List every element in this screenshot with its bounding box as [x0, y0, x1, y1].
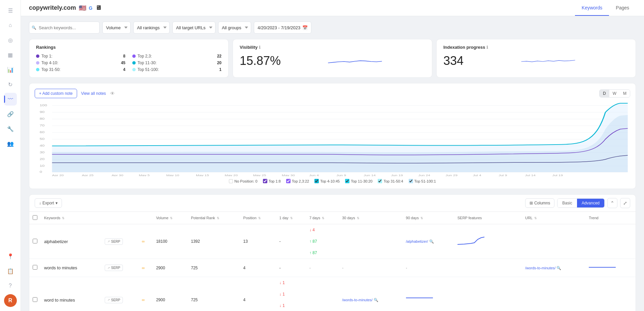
svg-text:Jun 29: Jun 29: [446, 174, 458, 176]
legend-checkbox-top23[interactable]: [286, 179, 291, 183]
date-range-picker[interactable]: 4/20/2023 - 7/19/2023 📅: [254, 22, 311, 34]
svg-text:80: 80: [40, 117, 45, 120]
svg-text:Jun 9: Jun 9: [336, 174, 346, 176]
ranking-top410: Top 4-10: 45: [36, 61, 126, 65]
serp-button-2[interactable]: ↗ SERP: [105, 265, 123, 271]
svg-text:Jul 4: Jul 4: [473, 174, 481, 176]
trend-icon[interactable]: 〰: [4, 93, 17, 106]
location-icon[interactable]: 📍: [4, 250, 17, 263]
trend-column-header: Trend: [585, 212, 636, 224]
svg-text:Jul 9: Jul 9: [499, 174, 507, 176]
keyword-cell-1: alphabetizer: [41, 224, 101, 259]
refresh-icon[interactable]: ↻: [4, 78, 17, 91]
row-checkbox-3[interactable]: [33, 297, 37, 302]
expand-button[interactable]: ⤢: [620, 198, 630, 208]
clipboard-icon[interactable]: 📋: [4, 265, 17, 277]
url-cell-3[interactable]: /words-to-minutes/ 🔍: [342, 298, 378, 302]
table-row: alphabetizer ↗ SERP ∞ 18100 1392 13 - ↓ …: [29, 224, 636, 259]
eye-icon: 👁: [110, 91, 115, 96]
visibility-chart: [285, 55, 425, 68]
help-icon[interactable]: ?: [4, 279, 17, 292]
basic-view-button[interactable]: Basic: [557, 199, 577, 207]
home-icon[interactable]: ⌂: [4, 19, 17, 32]
date-range-value: 4/20/2023 - 7/19/2023: [258, 25, 300, 30]
legend-top1130: Top 11-30:20: [345, 179, 372, 183]
tab-pages[interactable]: Pages: [609, 0, 636, 16]
legend-top410: Top 4-10:45: [314, 179, 340, 183]
domain-info: copywritely.com 🇺🇸 G 🖥: [29, 4, 101, 12]
ranking-top1: Top 1: 8: [36, 54, 126, 59]
calendar-icon: 📅: [302, 25, 308, 30]
period-day-button[interactable]: D: [600, 90, 609, 97]
content-area: 🔍 Volume All rankings All target URLs Al…: [21, 16, 644, 311]
period-month-button[interactable]: M: [620, 90, 630, 97]
serp-features-cell-3: [306, 277, 339, 311]
period-week-button[interactable]: W: [609, 90, 620, 97]
link-icon-1: ∞: [142, 239, 145, 244]
users-icon[interactable]: 👥: [4, 137, 17, 150]
export-button[interactable]: ↓ Export ▾: [35, 198, 62, 208]
indexation-title: Indexation progress ℹ: [443, 45, 629, 50]
svg-text:90: 90: [40, 110, 45, 114]
add-custom-note-button[interactable]: + Add custom note: [35, 89, 77, 98]
svg-text:Apr 30: Apr 30: [111, 174, 123, 176]
7days-cell-3: ↓ 1: [276, 288, 306, 300]
position-cell-1: 13: [240, 224, 276, 259]
main-chart-svg: 100 90 80 70 60 50 40 30 20 10 0: [35, 102, 630, 176]
groups-filter[interactable]: All groups: [218, 22, 251, 34]
svg-text:60: 60: [40, 130, 45, 134]
link-icon-2: ∞: [142, 266, 145, 270]
grid-icon[interactable]: ▦: [4, 48, 17, 61]
legend-checkbox-top1130[interactable]: [345, 179, 349, 183]
advanced-view-button[interactable]: Advanced: [577, 199, 604, 207]
url-cell-2[interactable]: /words-to-minutes/ 🔍: [525, 266, 562, 270]
indexation-chart: [468, 55, 629, 68]
legend-no-position: No Position: 0: [229, 179, 257, 183]
ranking-top3150: Top 31-50: 4: [36, 67, 126, 72]
indexation-info-icon: ℹ: [486, 45, 488, 50]
select-all-checkbox[interactable]: [33, 215, 37, 220]
legend-checkbox-top410[interactable]: [314, 179, 319, 183]
trend-cell-2: [585, 259, 636, 277]
collapse-button[interactable]: ⌃: [607, 198, 617, 208]
serp-button-3[interactable]: ↗ SERP: [105, 297, 123, 303]
legend-checkbox-top3150[interactable]: [378, 179, 382, 183]
legend-checkbox-top1[interactable]: [263, 179, 267, 183]
30days-cell-2: -: [339, 259, 402, 277]
keyword-cell-2: words to minutes: [41, 259, 101, 277]
90days-cell-2: -: [403, 259, 454, 277]
svg-text:20: 20: [40, 157, 45, 161]
legend-top51100: Top 51-100:1: [409, 179, 436, 183]
tab-keywords[interactable]: Keywords: [575, 0, 609, 16]
legend-checkbox-top51100[interactable]: [409, 179, 413, 183]
columns-icon: ⊞: [530, 201, 533, 205]
tools-icon[interactable]: 🔧: [4, 122, 17, 135]
potential-rank-cell-3: 725: [188, 277, 240, 311]
visibility-info-icon: ℹ: [259, 45, 261, 50]
chart-area: + Add custom note View all notes 👁 D W M…: [29, 83, 636, 189]
avatar-icon[interactable]: R: [4, 294, 17, 307]
position-cell-3: 4: [240, 277, 276, 311]
1day-cell-1: -: [276, 224, 306, 259]
row-checkbox-2[interactable]: [33, 265, 37, 270]
chart-bar-icon[interactable]: 📊: [4, 63, 17, 76]
urls-filter[interactable]: All target URLs: [172, 22, 215, 34]
volume-cell-2: 2900: [153, 259, 188, 277]
serp-button-1[interactable]: ↗ SERP: [105, 238, 123, 245]
keywords-column-header: Keywords ⇅: [41, 212, 153, 224]
potential-rank-cell-2: 725: [188, 259, 240, 277]
export-dropdown-icon: ▾: [56, 201, 58, 205]
svg-text:Jul 14: Jul 14: [525, 174, 536, 176]
view-all-notes-button[interactable]: View all notes: [81, 91, 106, 96]
position-column-header: Position ⇅: [240, 212, 276, 224]
volume-filter[interactable]: Volume: [102, 22, 131, 34]
analytics-icon[interactable]: ◎: [4, 34, 17, 46]
columns-button[interactable]: ⊞ Columns: [525, 198, 554, 208]
link-icon[interactable]: 🔗: [4, 108, 17, 120]
menu-icon[interactable]: ☰: [4, 4, 17, 17]
search-input[interactable]: [29, 22, 100, 34]
url-cell-1[interactable]: /alphabetizer/ 🔍: [406, 239, 434, 243]
row-checkbox-1[interactable]: [33, 239, 37, 243]
30days-column-header: 30 days ⇅: [339, 212, 402, 224]
rankings-filter[interactable]: All rankings: [133, 22, 170, 34]
